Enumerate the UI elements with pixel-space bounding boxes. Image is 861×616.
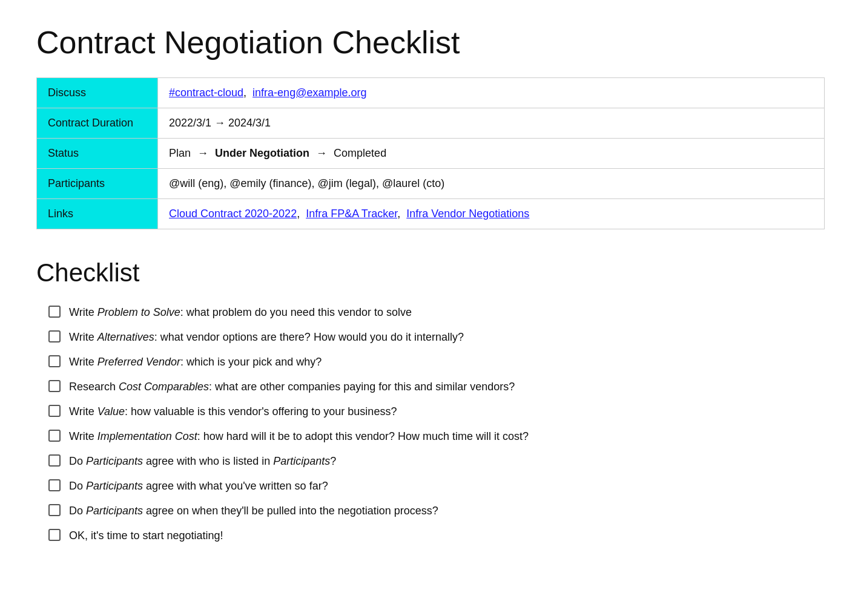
page-title: Contract Negotiation Checklist bbox=[36, 24, 825, 61]
list-item: Write Implementation Cost: how hard will… bbox=[48, 428, 825, 445]
link-infra-fpa[interactable]: Infra FP&A Tracker bbox=[306, 208, 397, 220]
checkbox-2[interactable] bbox=[48, 330, 61, 342]
list-item: Write Preferred Vendor: which is your pi… bbox=[48, 354, 825, 370]
link-cloud-contract[interactable]: Cloud Contract 2020-2022 bbox=[169, 208, 297, 220]
list-item: Do Participants agree on when they'll be… bbox=[48, 503, 825, 519]
item-text-5: Write Value: how valuable is this vendor… bbox=[69, 404, 397, 420]
checkbox-3[interactable] bbox=[48, 355, 61, 367]
row-label-discuss: Discuss bbox=[37, 78, 158, 108]
info-table: Discuss #contract-cloud, infra-eng@examp… bbox=[36, 77, 825, 229]
row-value-duration: 2022/3/1 → 2024/3/1 bbox=[158, 108, 825, 139]
list-item: Write Alternatives: what vendor options … bbox=[48, 329, 825, 346]
checkbox-4[interactable] bbox=[48, 380, 61, 392]
row-label-links: Links bbox=[37, 199, 158, 229]
table-row: Contract Duration 2022/3/1 → 2024/3/1 bbox=[37, 108, 825, 139]
item-text-9: Do Participants agree on when they'll be… bbox=[69, 503, 438, 519]
arrow-icon: → bbox=[197, 147, 208, 159]
checkbox-10[interactable] bbox=[48, 529, 61, 541]
checkbox-9[interactable] bbox=[48, 504, 61, 516]
row-value-discuss: #contract-cloud, infra-eng@example.org bbox=[158, 78, 825, 108]
table-row: Links Cloud Contract 2020-2022, Infra FP… bbox=[37, 199, 825, 229]
row-label-duration: Contract Duration bbox=[37, 108, 158, 139]
arrow-icon-2: → bbox=[316, 147, 327, 159]
item-text-3: Write Preferred Vendor: which is your pi… bbox=[69, 354, 322, 370]
table-row: Discuss #contract-cloud, infra-eng@examp… bbox=[37, 78, 825, 108]
item-text-2: Write Alternatives: what vendor options … bbox=[69, 329, 464, 346]
status-completed: Completed bbox=[334, 147, 386, 159]
row-label-status: Status bbox=[37, 139, 158, 169]
list-item: Do Participants agree with what you've w… bbox=[48, 478, 825, 494]
item-text-7: Do Participants agree with who is listed… bbox=[69, 453, 336, 470]
checklist-list: Write Problem to Solve: what problem do … bbox=[48, 304, 825, 544]
row-value-participants: @will (eng), @emily (finance), @jim (leg… bbox=[158, 169, 825, 199]
checkbox-5[interactable] bbox=[48, 405, 61, 417]
checkbox-7[interactable] bbox=[48, 454, 61, 467]
list-item: Write Problem to Solve: what problem do … bbox=[48, 304, 825, 321]
checkbox-6[interactable] bbox=[48, 430, 61, 442]
status-current: Under Negotiation bbox=[215, 147, 309, 159]
status-plan: Plan bbox=[169, 147, 191, 159]
item-text-10: OK, it's time to start negotiating! bbox=[69, 528, 223, 544]
checklist-heading: Checklist bbox=[36, 258, 825, 287]
item-text-6: Write Implementation Cost: how hard will… bbox=[69, 428, 529, 445]
checkbox-8[interactable] bbox=[48, 479, 61, 491]
link-infra-eng[interactable]: infra-eng@example.org bbox=[252, 87, 366, 99]
row-value-status: Plan → Under Negotiation → Completed bbox=[158, 139, 825, 169]
checklist-section: Checklist Write Problem to Solve: what p… bbox=[36, 258, 825, 544]
item-text-8: Do Participants agree with what you've w… bbox=[69, 478, 328, 494]
row-value-links: Cloud Contract 2020-2022, Infra FP&A Tra… bbox=[158, 199, 825, 229]
checkbox-1[interactable] bbox=[48, 306, 61, 318]
list-item: Write Value: how valuable is this vendor… bbox=[48, 404, 825, 420]
item-text-4: Research Cost Comparables: what are othe… bbox=[69, 379, 515, 395]
table-row: Status Plan → Under Negotiation → Comple… bbox=[37, 139, 825, 169]
link-contract-cloud[interactable]: #contract-cloud bbox=[169, 87, 243, 99]
list-item: OK, it's time to start negotiating! bbox=[48, 528, 825, 544]
item-text-1: Write Problem to Solve: what problem do … bbox=[69, 304, 412, 321]
link-infra-vendor[interactable]: Infra Vendor Negotiations bbox=[406, 208, 529, 220]
row-label-participants: Participants bbox=[37, 169, 158, 199]
list-item: Research Cost Comparables: what are othe… bbox=[48, 379, 825, 395]
table-row: Participants @will (eng), @emily (financ… bbox=[37, 169, 825, 199]
list-item: Do Participants agree with who is listed… bbox=[48, 453, 825, 470]
